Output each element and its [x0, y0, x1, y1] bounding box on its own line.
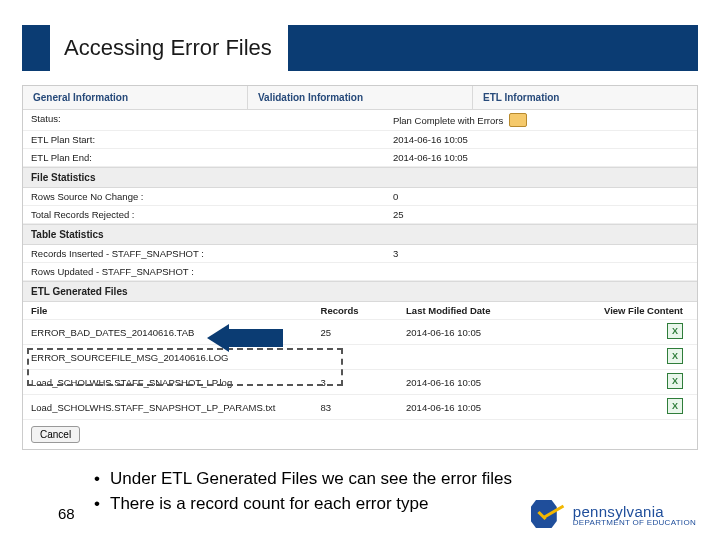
table-stats-heading: Table Statistics [23, 224, 697, 245]
gen-file-records: 83 [321, 402, 407, 413]
gen-files-heading: ETL Generated Files [23, 281, 697, 302]
plan-start-value: 2014-06-16 10:05 [393, 134, 689, 145]
status-label: Status: [31, 113, 393, 127]
records-inserted-label: Records Inserted - STAFF_SNAPSHOT : [31, 248, 393, 259]
col-view: View File Content [577, 305, 689, 316]
rows-rejected-label: Total Records Rejected : [31, 209, 393, 220]
folder-icon[interactable] [509, 113, 527, 127]
rows-nochange-label: Rows Source No Change : [31, 191, 393, 202]
gen-file-row: Load_SCHOLWHS.STAFF_SNAPSHOT_LP_PARAMS.t… [23, 395, 697, 420]
view-file-icon[interactable] [667, 373, 683, 389]
keystone-check-icon [531, 500, 565, 530]
records-inserted-row: Records Inserted - STAFF_SNAPSHOT : 3 [23, 245, 697, 263]
status-value: Plan Complete with Errors [393, 115, 503, 126]
rows-updated-row: Rows Updated - STAFF_SNAPSHOT : [23, 263, 697, 281]
tab-strip: General Information Validation Informati… [23, 86, 697, 110]
tab-validation[interactable]: Validation Information [248, 86, 473, 109]
rows-updated-value [393, 266, 689, 277]
logo-brand: pennsylvania [573, 504, 696, 519]
gen-file-modified: 2014-06-16 10:05 [406, 377, 577, 388]
gen-file-name: ERROR_BAD_DATES_20140616.TAB [31, 327, 321, 338]
view-file-icon[interactable] [667, 323, 683, 339]
bullet-item: Under ETL Generated Files we can see the… [94, 468, 698, 491]
gen-file-row: Load_SCHOLWHS.STAFF_SNAPSHOT_LP.log 3 20… [23, 370, 697, 395]
gen-file-row: ERROR_SOURCEFILE_MSG_20140616.LOG [23, 345, 697, 370]
file-stats-heading: File Statistics [23, 167, 697, 188]
plan-end-label: ETL Plan End: [31, 152, 393, 163]
rows-nochange-value: 0 [393, 191, 689, 202]
col-file: File [31, 305, 321, 316]
rows-rejected-value: 25 [393, 209, 689, 220]
gen-files-header: File Records Last Modified Date View Fil… [23, 302, 697, 320]
logo-dept: DEPARTMENT OF EDUCATION [573, 519, 696, 527]
title-bar: Accessing Error Files [22, 25, 698, 71]
gen-file-name: Load_SCHOLWHS.STAFF_SNAPSHOT_LP_PARAMS.t… [31, 402, 321, 413]
dept-logo: pennsylvania DEPARTMENT OF EDUCATION [531, 500, 696, 530]
status-row: Status: Plan Complete with Errors [23, 110, 697, 131]
plan-end-row: ETL Plan End: 2014-06-16 10:05 [23, 149, 697, 167]
records-inserted-value: 3 [393, 248, 689, 259]
gen-file-records: 3 [321, 377, 407, 388]
rows-nochange-row: Rows Source No Change : 0 [23, 188, 697, 206]
plan-end-value: 2014-06-16 10:05 [393, 152, 689, 163]
etl-panel: General Information Validation Informati… [22, 85, 698, 450]
gen-file-modified: 2014-06-16 10:05 [406, 402, 577, 413]
rows-updated-label: Rows Updated - STAFF_SNAPSHOT : [31, 266, 393, 277]
view-file-icon[interactable] [667, 348, 683, 364]
slide-title: Accessing Error Files [50, 25, 288, 71]
gen-file-records: 25 [321, 327, 407, 338]
gen-file-name: Load_SCHOLWHS.STAFF_SNAPSHOT_LP.log [31, 377, 321, 388]
view-file-icon[interactable] [667, 398, 683, 414]
tab-etl[interactable]: ETL Information [473, 86, 697, 109]
gen-file-row: ERROR_BAD_DATES_20140616.TAB 25 2014-06-… [23, 320, 697, 345]
page-number: 68 [58, 505, 75, 522]
col-modified: Last Modified Date [406, 305, 577, 316]
tab-general[interactable]: General Information [23, 86, 248, 109]
gen-file-name: ERROR_SOURCEFILE_MSG_20140616.LOG [31, 352, 321, 363]
cancel-button[interactable]: Cancel [31, 426, 80, 443]
rows-rejected-row: Total Records Rejected : 25 [23, 206, 697, 224]
col-records: Records [321, 305, 407, 316]
gen-file-modified: 2014-06-16 10:05 [406, 327, 577, 338]
plan-start-row: ETL Plan Start: 2014-06-16 10:05 [23, 131, 697, 149]
plan-start-label: ETL Plan Start: [31, 134, 393, 145]
